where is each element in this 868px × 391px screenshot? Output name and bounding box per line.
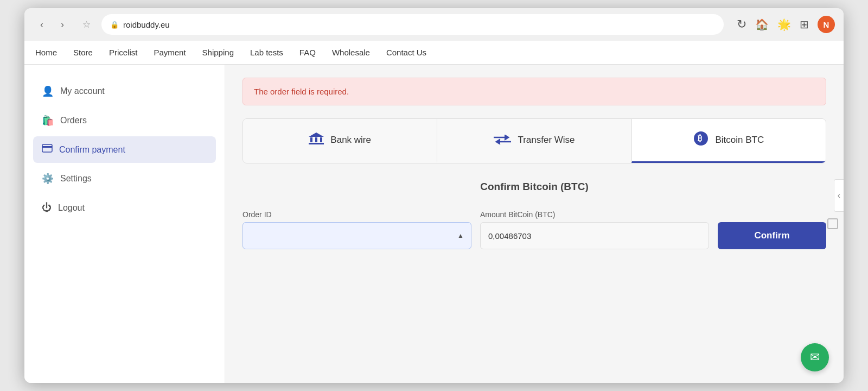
svg-marker-2 <box>309 133 324 137</box>
sidebar: 👤 My account 🛍️ Orders Confirm payment ⚙… <box>24 65 225 383</box>
order-id-label: Order ID <box>242 210 471 219</box>
svg-rect-5 <box>320 137 322 142</box>
chat-icon: ✉ <box>810 350 820 364</box>
panel-toggle[interactable] <box>827 218 838 229</box>
orders-icon: 🛍️ <box>42 115 54 127</box>
sidebar-label-confirm-payment: Confirm payment <box>59 145 125 155</box>
address-bar[interactable]: 🔒 roidbuddy.eu <box>101 14 724 35</box>
nav-store[interactable]: Store <box>73 48 93 57</box>
tab-transfer-wise-label: Transfer Wise <box>518 135 575 146</box>
svg-rect-4 <box>315 137 317 142</box>
tab-bank-wire-label: Bank wire <box>330 135 371 146</box>
right-sidebar-toggle[interactable]: ‹ <box>834 179 844 212</box>
transfer-icon <box>494 133 511 148</box>
error-alert: The order field is required. <box>242 78 826 105</box>
nav-pricelist[interactable]: Pricelist <box>109 48 138 57</box>
sidebar-item-my-account[interactable]: 👤 My account <box>33 78 216 105</box>
confirm-button[interactable]: Confirm <box>718 222 826 249</box>
back-button[interactable]: ‹ <box>33 16 50 33</box>
browser-actions: ↻ 🏠 🌟 ⊞ N <box>737 16 835 33</box>
tab-bitcoin-btc[interactable]: ₿ Bitcoin BTC <box>631 119 826 163</box>
sidebar-label-orders: Orders <box>60 116 87 125</box>
payment-icon <box>42 144 53 155</box>
order-id-select[interactable] <box>242 222 471 249</box>
svg-rect-6 <box>309 143 324 144</box>
lock-icon: 🔒 <box>110 21 119 29</box>
nav-contact[interactable]: Contact Us <box>386 48 426 57</box>
amount-label: Amount BitCoin (BTC) <box>480 210 709 219</box>
tab-transfer-wise[interactable]: Transfer Wise <box>437 119 631 163</box>
star-list-button[interactable]: 🌟 <box>777 18 791 31</box>
main-content: 👤 My account 🛍️ Orders Confirm payment ⚙… <box>24 65 844 383</box>
content-panel: The order field is required. Bank wi <box>225 65 844 383</box>
chat-button[interactable]: ✉ <box>801 343 829 371</box>
sidebar-item-orders[interactable]: 🛍️ Orders <box>33 107 216 134</box>
notification-badge[interactable]: N <box>818 16 835 33</box>
nav-home[interactable]: Home <box>35 48 57 57</box>
nav-labtests[interactable]: Lab tests <box>250 48 283 57</box>
browser-nav-buttons: ‹ › <box>33 16 71 33</box>
sidebar-label-settings: Settings <box>60 174 92 184</box>
sidebar-item-confirm-payment[interactable]: Confirm payment <box>33 136 216 163</box>
home-button[interactable]: 🏠 <box>755 18 769 31</box>
order-id-group: Order ID ▲ <box>242 210 471 249</box>
user-icon: 👤 <box>42 85 54 97</box>
nav-shipping[interactable]: Shipping <box>202 48 234 57</box>
sidebar-item-settings[interactable]: ⚙️ Settings <box>33 165 216 192</box>
svg-rect-3 <box>310 137 312 142</box>
amount-input[interactable] <box>480 222 709 249</box>
svg-text:₿: ₿ <box>698 134 702 143</box>
sidebar-item-logout[interactable]: ⏻ Logout <box>33 194 216 221</box>
nav-payment[interactable]: Payment <box>154 48 186 57</box>
bookmark-button[interactable]: ☆ <box>78 16 95 33</box>
nav-wholesale[interactable]: Wholesale <box>332 48 370 57</box>
amount-group: Amount BitCoin (BTC) <box>480 210 709 249</box>
nav-bar: Home Store Pricelist Payment Shipping La… <box>24 41 844 65</box>
section-title: Confirm Bitcoin (BTC) <box>242 181 826 193</box>
svg-rect-0 <box>42 144 52 152</box>
settings-icon: ⚙️ <box>42 173 54 185</box>
payment-form: Order ID ▲ Amount BitCoin (BTC) Confirm <box>242 210 826 249</box>
payment-tabs: Bank wire Transfer Wise <box>242 118 826 163</box>
nav-faq[interactable]: FAQ <box>299 48 316 57</box>
forward-button[interactable]: › <box>54 16 71 33</box>
url-text: roidbuddy.eu <box>123 20 170 29</box>
sidebar-label-my-account: My account <box>60 86 105 96</box>
sidebar-label-logout: Logout <box>58 203 85 213</box>
tab-bank-wire[interactable]: Bank wire <box>243 119 437 163</box>
browser-window: ‹ › ☆ 🔒 roidbuddy.eu ↻ 🏠 🌟 ⊞ N Home Stor… <box>24 8 844 383</box>
reload-button[interactable]: ↻ <box>737 17 746 31</box>
bank-icon <box>309 131 324 149</box>
tab-bitcoin-btc-label: Bitcoin BTC <box>715 135 764 146</box>
tabs-button[interactable]: ⊞ <box>800 18 809 31</box>
right-panel <box>827 218 838 229</box>
logout-icon: ⏻ <box>42 202 52 213</box>
error-message: The order field is required. <box>254 87 349 96</box>
bitcoin-icon: ₿ <box>693 131 709 149</box>
svg-rect-1 <box>42 146 52 148</box>
order-id-select-wrapper: ▲ <box>242 222 471 249</box>
browser-titlebar: ‹ › ☆ 🔒 roidbuddy.eu ↻ 🏠 🌟 ⊞ N <box>24 8 844 41</box>
